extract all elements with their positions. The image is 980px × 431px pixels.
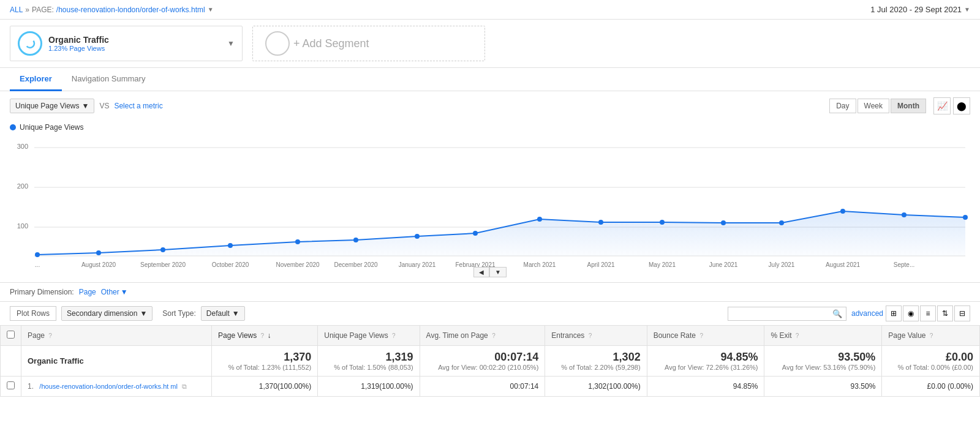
copy-icon[interactable]: ⧉ — [182, 383, 187, 390]
chart-scroll-left[interactable]: ◀ — [473, 267, 489, 277]
svg-text:January 2021: January 2021 — [399, 261, 436, 268]
summary-page-value-sub: % of Total: 0.00% (£0.00) — [888, 364, 973, 371]
page-views-header[interactable]: Page Views ? ↓ — [212, 326, 318, 346]
list-view-button[interactable]: ≡ — [920, 305, 936, 321]
segment-title: Organic Traffic — [48, 35, 109, 45]
other-label: Other — [101, 288, 119, 296]
page-link[interactable]: /house-renovation-london/order-of-works.… — [39, 383, 178, 390]
sort-type-label: Sort Type: — [162, 309, 195, 318]
avg-time-header[interactable]: Avg. Time on Page ? — [420, 326, 545, 346]
unique-page-views-help-icon[interactable]: ? — [392, 332, 396, 339]
primary-dimension-label: Primary Dimension: — [10, 288, 74, 296]
grid-view-button[interactable]: ⊞ — [886, 305, 902, 321]
tab-navigation-summary[interactable]: Navigation Summary — [62, 68, 156, 91]
row-page-value-cell: £0.00 (0.00%) — [882, 377, 980, 397]
row-pct-exit-cell: 93.50% — [764, 377, 882, 397]
row-checkbox[interactable] — [7, 381, 15, 389]
breadcrumb-page-path[interactable]: /house-renovation-london/order-of-works.… — [56, 6, 205, 14]
chart-area: Unique Page Views 300 200 100 — [0, 121, 980, 282]
date-range-label: 1 Jul 2020 - 29 Sept 2021 — [870, 5, 962, 14]
select-all-checkbox[interactable] — [7, 331, 15, 339]
svg-text:March 2021: March 2021 — [524, 261, 556, 268]
secondary-dimension-dropdown[interactable]: Secondary dimension ▼ — [61, 306, 153, 321]
chart-type-buttons: 📈 ⬤ — [933, 97, 970, 114]
page-views-help-icon[interactable]: ? — [261, 332, 265, 339]
svg-text:June 2021: June 2021 — [709, 261, 738, 268]
svg-point-24 — [963, 215, 968, 220]
pie-view-button[interactable]: ◉ — [903, 305, 919, 321]
primary-dimension-other[interactable]: Other ▼ — [101, 288, 128, 296]
summary-name-cell: Organic Traffic — [21, 346, 212, 377]
secondary-dimension-label: Secondary dimension — [67, 309, 137, 318]
summary-page-views-sub: % of Total: 1.23% (111,552) — [218, 364, 311, 371]
svg-point-14 — [353, 238, 358, 242]
unique-page-views-header[interactable]: Unique Page Views ? — [318, 326, 420, 346]
svg-text:100: 100 — [17, 222, 28, 230]
svg-text:September 2020: September 2020 — [140, 261, 186, 268]
entrances-header[interactable]: Entrances ? — [545, 326, 647, 346]
svg-point-21 — [779, 220, 784, 225]
page-header[interactable]: Page ? — [21, 326, 212, 346]
chart-scroll-right[interactable]: ▼ — [489, 267, 507, 277]
chart-legend: Unique Page Views — [10, 121, 970, 137]
svg-text:August 2021: August 2021 — [826, 261, 861, 268]
segment-circle — [18, 31, 42, 56]
search-icon[interactable]: 🔍 — [832, 309, 842, 318]
summary-unique-pv-sub: % of Total: 1.50% (88,053) — [324, 364, 413, 371]
search-box[interactable]: 🔍 — [728, 307, 846, 321]
svg-text:May 2021: May 2021 — [649, 261, 676, 268]
breadcrumb-separator: » — [25, 6, 29, 14]
bounce-rate-header[interactable]: Bounce Rate ? — [647, 326, 764, 346]
metric-dropdown[interactable]: Unique Page Views ▼ — [10, 99, 94, 113]
svg-point-20 — [721, 220, 726, 225]
view-buttons: ⊞ ◉ ≡ ⇅ ⊟ — [886, 305, 970, 321]
primary-dimension-page[interactable]: Page — [79, 288, 96, 296]
page-help-icon[interactable]: ? — [48, 332, 52, 339]
row-avg-time-cell: 00:07:14 — [420, 377, 545, 397]
day-button[interactable]: Day — [829, 99, 856, 113]
advanced-link[interactable]: advanced — [851, 309, 883, 318]
sort-type-dropdown[interactable]: Default ▼ — [201, 306, 245, 321]
summary-avg-time-sub: Avg for View: 00:02:20 (210.05%) — [426, 364, 539, 371]
date-range[interactable]: 1 Jul 2020 - 29 Sept 2021 ▼ — [870, 5, 970, 14]
sort-arrow-icon: ↓ — [268, 331, 271, 340]
other-chevron-icon: ▼ — [121, 288, 128, 296]
pie-chart-button[interactable]: ⬤ — [953, 97, 970, 114]
breadcrumb-all[interactable]: ALL — [10, 6, 23, 14]
page-value-help-icon[interactable]: ? — [930, 332, 933, 339]
svg-text:November 2020: November 2020 — [276, 261, 320, 268]
bounce-rate-help-icon[interactable]: ? — [699, 332, 703, 339]
month-button[interactable]: Month — [891, 99, 926, 113]
tab-explorer[interactable]: Explorer — [10, 68, 62, 91]
comparison-view-button[interactable]: ⇅ — [937, 305, 953, 321]
tab-bar: Explorer Navigation Summary — [0, 68, 980, 91]
summary-pct-exit-cell: 93.50% Avg for View: 53.16% (75.90%) — [764, 346, 882, 377]
select-metric-link[interactable]: Select a metric — [114, 102, 162, 110]
svg-point-23 — [902, 212, 907, 217]
pct-exit-help-icon[interactable]: ? — [796, 332, 799, 339]
entrances-help-icon[interactable]: ? — [589, 332, 592, 339]
breadcrumb-page-label: PAGE: — [32, 6, 54, 14]
plot-rows-button[interactable]: Plot Rows — [10, 306, 56, 321]
page-value-header[interactable]: Page Value ? — [882, 326, 980, 346]
segment-chevron-icon[interactable]: ▼ — [227, 39, 235, 48]
row-checkbox-cell[interactable] — [1, 377, 21, 397]
breadcrumb-chevron[interactable]: ▼ — [208, 6, 214, 13]
summary-entrances-cell: 1,302 % of Total: 2.20% (59,298) — [545, 346, 647, 377]
legend-label: Unique Page Views — [20, 123, 84, 132]
svg-point-13 — [295, 239, 300, 244]
row-entrances-cell: 1,302(100.00%) — [545, 377, 647, 397]
summary-entrances-main: 1,302 — [551, 351, 640, 364]
search-input[interactable] — [732, 309, 830, 318]
table-view-button[interactable]: ⊟ — [954, 305, 970, 321]
svg-text:300: 300 — [17, 143, 28, 150]
avg-time-help-icon[interactable]: ? — [492, 332, 496, 339]
organic-segment[interactable]: Organic Traffic 1.23% Page Views ▼ — [10, 26, 243, 61]
week-button[interactable]: Week — [858, 99, 889, 113]
breadcrumb-left: ALL » PAGE: /house-renovation-london/ord… — [10, 6, 214, 14]
metric-label: Unique Page Views — [15, 102, 80, 110]
add-segment-button[interactable]: + Add Segment — [252, 26, 485, 61]
line-chart-button[interactable]: 📈 — [933, 97, 951, 114]
pct-exit-header[interactable]: % Exit ? — [764, 326, 882, 346]
svg-text:Septe...: Septe... — [894, 261, 914, 268]
